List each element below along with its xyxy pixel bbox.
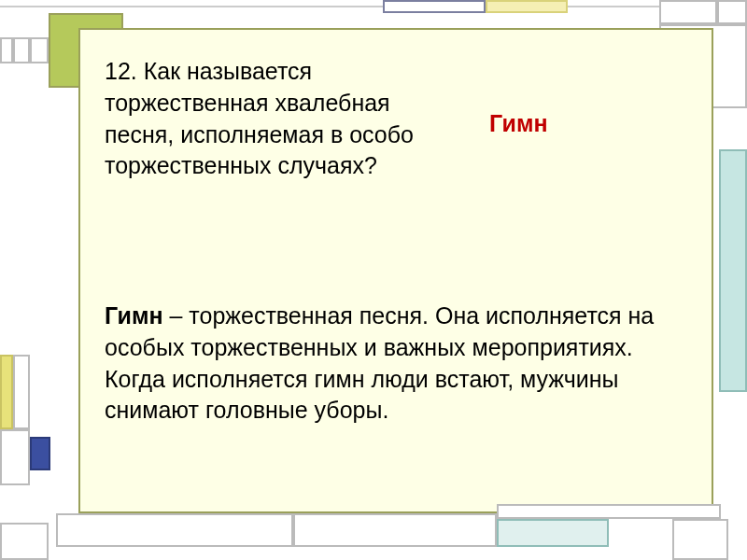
deco-top-yellow: [486, 0, 568, 13]
definition-body: – торжественная песня. Она исполняется н…: [105, 302, 654, 423]
deco-top-strip: [0, 0, 747, 7]
definition-term: Гимн: [105, 302, 163, 329]
deco-bottom-right: [672, 519, 728, 560]
deco-bottom-teal: [497, 519, 609, 547]
deco-left-mid-c: [0, 429, 30, 485]
deco-left-b: [13, 37, 30, 63]
deco-left-c: [30, 37, 49, 63]
deco-bottom-b: [293, 513, 497, 547]
content-box: 12. Как называется торжественная хвалебн…: [78, 28, 713, 513]
deco-left-yellow: [0, 355, 13, 429]
slide: 12. Как называется торжественная хвалебн…: [0, 0, 747, 560]
deco-bottom-left: [0, 523, 49, 560]
deco-left-blue: [30, 437, 50, 470]
deco-left-mid-b: [13, 355, 30, 429]
question-text: 12. Как называется торжественная хвалебн…: [105, 56, 459, 182]
deco-top-right-b: [717, 0, 747, 24]
deco-bottom-c: [497, 504, 721, 519]
deco-right-teal: [719, 149, 747, 392]
deco-top-center: [383, 0, 486, 13]
answer-text: Гимн: [489, 110, 548, 137]
deco-left-a: [0, 37, 13, 63]
deco-bottom-a: [56, 513, 293, 547]
deco-top-right-a: [659, 0, 717, 24]
definition-text: Гимн – торжественная песня. Она исполняе…: [105, 301, 684, 427]
